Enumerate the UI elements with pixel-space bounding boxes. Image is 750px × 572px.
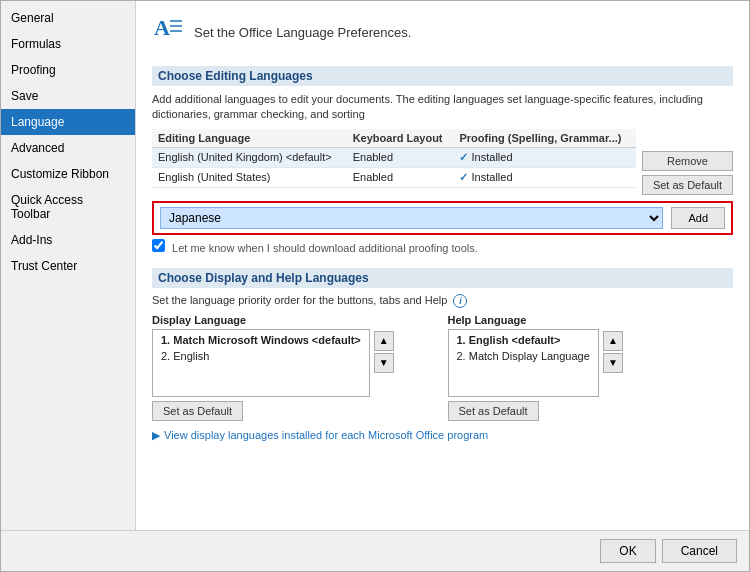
editing-languages-section: Choose Editing Languages Add additional … xyxy=(152,66,733,254)
add-language-row: Japanese Add xyxy=(152,201,733,235)
display-arrows: ▲ ▼ xyxy=(374,329,394,397)
help-item-1[interactable]: 1. English <default> xyxy=(453,332,594,348)
col-keyboard-layout: Keyboard Layout xyxy=(347,129,454,148)
language-cell: English (United States) xyxy=(152,167,347,187)
sidebar-item-customize-ribbon[interactable]: Customize Ribbon xyxy=(1,161,135,187)
sidebar-item-trust-center[interactable]: Trust Center xyxy=(1,253,135,279)
header-row: A Set the Office Language Preferences. xyxy=(152,13,733,52)
sidebar-item-save[interactable]: Save xyxy=(1,83,135,109)
svg-text:A: A xyxy=(154,15,170,40)
checkmark-icon: ✓ xyxy=(459,171,468,183)
help-set-default-button[interactable]: Set as Default xyxy=(448,401,539,421)
col-editing-language: Editing Language xyxy=(152,129,347,148)
language-cell: English (United Kingdom) <default> xyxy=(152,147,347,167)
sidebar-item-general[interactable]: General xyxy=(1,5,135,31)
sidebar-item-language[interactable]: Language xyxy=(1,109,135,135)
language-dropdown[interactable]: Japanese xyxy=(160,207,663,229)
display-up-arrow[interactable]: ▲ xyxy=(374,331,394,351)
display-help-section: Choose Display and Help Languages Set th… xyxy=(152,268,733,442)
sidebar-item-proofing[interactable]: Proofing xyxy=(1,57,135,83)
display-language-listbox[interactable]: 1. Match Microsoft Windows <default> 2. … xyxy=(152,329,370,397)
proofing-note: Let me know when I should download addit… xyxy=(152,239,733,254)
sidebar-item-formulas[interactable]: Formulas xyxy=(1,31,135,57)
help-item-2[interactable]: 2. Match Display Language xyxy=(453,348,594,364)
keyboard-cell: Enabled xyxy=(347,147,454,167)
sidebar-item-advanced[interactable]: Advanced xyxy=(1,135,135,161)
set-default-editing-button[interactable]: Set as Default xyxy=(642,175,733,195)
display-section-title: Choose Display and Help Languages xyxy=(152,268,733,288)
proofing-cell: ✓ Installed xyxy=(453,147,635,167)
sidebar: GeneralFormulasProofingSaveLanguageAdvan… xyxy=(1,1,136,530)
table-row[interactable]: English (United States) Enabled ✓ Instal… xyxy=(152,167,636,187)
display-item-2[interactable]: 2. English xyxy=(157,348,365,364)
sidebar-item-add-ins[interactable]: Add-Ins xyxy=(1,227,135,253)
col-proofing: Proofing (Spelling, Grammar...) xyxy=(453,129,635,148)
help-language-listbox[interactable]: 1. English <default> 2. Match Display La… xyxy=(448,329,599,397)
display-col-with-arrows: 1. Match Microsoft Windows <default> 2. … xyxy=(152,329,438,397)
main-content: A Set the Office Language Preferences. C… xyxy=(136,1,749,530)
language-icon: A xyxy=(152,13,184,52)
editing-language-table: Editing Language Keyboard Layout Proofin… xyxy=(152,129,636,188)
keyboard-cell: Enabled xyxy=(347,167,454,187)
display-help-cols: Display Language 1. Match Microsoft Wind… xyxy=(152,314,733,421)
table-row[interactable]: English (United Kingdom) <default> Enabl… xyxy=(152,147,636,167)
options-dialog: GeneralFormulasProofingSaveLanguageAdvan… xyxy=(0,0,750,572)
help-language-col: Help Language 1. English <default> 2. Ma… xyxy=(448,314,734,421)
header-text: Set the Office Language Preferences. xyxy=(194,25,411,40)
help-up-arrow[interactable]: ▲ xyxy=(603,331,623,351)
proofing-note-text: Let me know when I should download addit… xyxy=(172,242,478,254)
editing-section-desc: Add additional languages to edit your do… xyxy=(152,92,733,123)
display-col-title: Display Language xyxy=(152,314,438,326)
info-icon: i xyxy=(453,294,467,308)
editing-section-title: Choose Editing Languages xyxy=(152,66,733,86)
proofing-checkbox[interactable] xyxy=(152,239,165,252)
remove-button[interactable]: Remove xyxy=(642,151,733,171)
cancel-button[interactable]: Cancel xyxy=(662,539,737,563)
add-button[interactable]: Add xyxy=(671,207,725,229)
side-buttons: Remove Set as Default xyxy=(642,129,733,195)
ok-button[interactable]: OK xyxy=(600,539,655,563)
display-set-default-button[interactable]: Set as Default xyxy=(152,401,243,421)
help-arrows: ▲ ▼ xyxy=(603,329,623,397)
help-col-title: Help Language xyxy=(448,314,734,326)
dialog-body: GeneralFormulasProofingSaveLanguageAdvan… xyxy=(1,1,749,530)
table-wrap: Editing Language Keyboard Layout Proofin… xyxy=(152,129,733,195)
display-down-arrow[interactable]: ▼ xyxy=(374,353,394,373)
display-section-desc: Set the language priority order for the … xyxy=(152,294,733,308)
proofing-cell: ✓ Installed xyxy=(453,167,635,187)
view-languages-link[interactable]: ▶ View display languages installed for e… xyxy=(152,429,488,442)
triangle-icon: ▶ xyxy=(152,429,160,442)
dialog-footer: OK Cancel xyxy=(1,530,749,571)
checkmark-icon: ✓ xyxy=(459,151,468,163)
table-section: Editing Language Keyboard Layout Proofin… xyxy=(152,129,636,195)
help-col-with-arrows: 1. English <default> 2. Match Display La… xyxy=(448,329,734,397)
display-language-col: Display Language 1. Match Microsoft Wind… xyxy=(152,314,438,421)
help-down-arrow[interactable]: ▼ xyxy=(603,353,623,373)
sidebar-item-quick-access[interactable]: Quick Access Toolbar xyxy=(1,187,135,227)
display-item-1[interactable]: 1. Match Microsoft Windows <default> xyxy=(157,332,365,348)
